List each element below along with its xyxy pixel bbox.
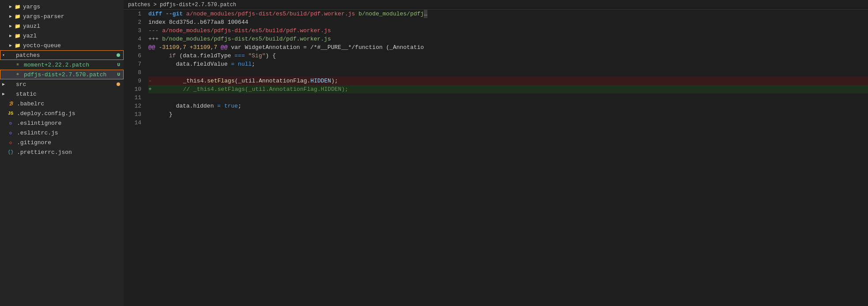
sidebar-item-label: .eslintignore [17,120,124,127]
line-num-12: 12 [124,102,141,110]
code-line-7: data.fieldValue = null; [148,60,868,68]
chevron-right-icon: ▶ [7,3,14,10]
code-line-14 [148,119,868,127]
chevron-right-icon: ▶ [7,22,14,30]
line-num-6: 6 [124,52,141,60]
code-line-13: } [148,110,868,119]
sidebar-item-label: .prettierrc.json [17,149,124,156]
sidebar-item-moment-patch[interactable]: ≡ moment+2.22.2.patch U [0,60,124,70]
eslint-icon: ⊙ [7,119,14,127]
file-explorer: ▶ 📁 yargs ▶ 📁 yargs-parser ▶ 📁 yauzl ▶ 📁… [0,0,124,306]
sidebar-item-label: moment+2.22.2.patch [24,62,117,68]
sidebar-item-eslintignore[interactable]: ⊙ .eslintignore [0,118,124,128]
breadcrumb-text: patches > pdfjs-dist+2.7.570.patch [128,2,236,8]
code-line-10: + // _this4.setFlags(_util.AnnotationFla… [148,85,868,93]
code-line-5: @@ -31109,7 +31109,7 @@ var WidgetAnnota… [148,43,868,52]
sidebar-item-eslintrc[interactable]: ⊙ .eslintrc.js [0,128,124,138]
code-line-11 [148,93,868,102]
code-content: diff --git a/node_modules/pdfjs-dist/es5… [145,10,868,306]
file-badge: U [117,62,120,67]
sidebar-item-yazl[interactable]: ▶ 📁 yazl [0,31,124,41]
sidebar-item-src[interactable]: ▶ src [0,79,124,89]
chevron-right-icon: ▶ [0,90,7,97]
folder-icon: 📁 [14,22,21,30]
line-num-7: 7 [124,60,141,68]
folder-icon: 📁 [14,42,21,49]
line-num-14: 14 [124,119,141,127]
folder-icon: 📁 [14,32,21,39]
line-num-9: 9 [124,77,141,85]
line-numbers: 1 2 3 4 5 6 7 8 9 10 11 12 13 14 [124,10,145,306]
editor-content[interactable]: 1 2 3 4 5 6 7 8 9 10 11 12 13 14 diff --… [124,10,868,306]
code-line-9: - _this4.setFlags(_util.AnnotationFlag.H… [148,77,868,85]
sidebar-item-prettierrc[interactable]: {} .prettierrc.json [0,147,124,157]
folder-icon: 📁 [14,13,21,20]
code-line-1: diff --git a/node_modules/pdfjs-dist/es5… [148,10,868,18]
babel-icon: ℬ [7,100,14,107]
sidebar-item-label: .deploy.config.js [17,110,124,117]
sidebar-item-patches[interactable]: ▾ patches [0,50,124,60]
chevron-right-icon: ▶ [0,81,7,88]
sidebar-item-deploy-config[interactable]: JS .deploy.config.js [0,108,124,118]
code-line-12: data.hidden = true; [148,102,868,110]
sidebar-item-label: yazl [23,33,124,39]
chevron-right-icon: ▶ [7,13,14,20]
sidebar-item-yargs[interactable]: ▶ 📁 yargs [0,2,124,11]
sidebar-item-label: static [16,91,124,97]
sidebar-item-label: yocto-queue [23,42,124,49]
sidebar-item-yocto-queue[interactable]: ▶ 📁 yocto-queue [0,41,124,50]
eslint-icon: ⊙ [7,129,14,136]
sidebar-item-label: yargs [23,4,124,10]
sidebar-item-label: pdfjs-dist+2.7.570.patch [24,71,117,78]
modified-dot [117,53,120,57]
code-line-4: +++ b/node_modules/pdfjs-dist/es5/build/… [148,35,868,43]
sidebar-item-label: .babelrc [17,101,124,107]
sidebar-item-babelrc[interactable]: ℬ .babelrc [0,99,124,108]
chevron-right-icon: ▶ [7,42,14,49]
code-line-8 [148,68,868,77]
line-num-4: 4 [124,35,141,43]
git-icon: ◇ [7,139,14,146]
line-num-10: 10 [124,85,141,93]
chevron-down-icon: ▾ [0,52,7,59]
line-num-5: 5 [124,43,141,52]
prettier-icon: {} [7,149,14,156]
line-num-8: 8 [124,68,141,77]
patch-file-icon: ≡ [14,61,21,68]
sidebar-item-label: .gitignore [17,139,124,146]
patch-file-icon: ≡ [14,71,21,78]
code-line-2: index 8cd375d..b677aa8 100644 [148,18,868,26]
folder-icon [7,81,14,88]
breadcrumb: patches > pdfjs-dist+2.7.570.patch [124,0,868,10]
sidebar-item-label: yargs-parser [23,13,124,20]
sidebar-item-label: .eslintrc.js [17,130,124,136]
sidebar-item-pdfjs-patch[interactable]: ≡ pdfjs-dist+2.7.570.patch U [0,70,124,79]
js-icon: JS [7,110,14,117]
line-num-1: 1 [124,10,141,18]
chevron-right-icon: ▶ [7,32,14,39]
line-num-13: 13 [124,110,141,119]
modified-dot [117,82,120,86]
line-num-2: 2 [124,18,141,26]
folder-open-icon [7,52,14,59]
sidebar-item-yargs-parser[interactable]: ▶ 📁 yargs-parser [0,11,124,21]
sidebar-item-yauzl[interactable]: ▶ 📁 yauzl [0,21,124,31]
sidebar-item-label: yauzl [23,23,124,30]
line-num-3: 3 [124,26,141,35]
folder-icon: 📁 [14,3,21,10]
sidebar-item-gitignore[interactable]: ◇ .gitignore [0,138,124,147]
code-line-3: --- a/node_modules/pdfjs-dist/es5/build/… [148,26,868,35]
sidebar-item-label: src [16,81,117,88]
folder-icon [7,90,14,97]
code-line-6: if (data.fieldType === "Sig") { [148,52,868,60]
sidebar-item-static[interactable]: ▶ static [0,89,124,99]
line-num-11: 11 [124,93,141,102]
code-editor: patches > pdfjs-dist+2.7.570.patch 1 2 3… [124,0,868,306]
sidebar-item-label: patches [16,52,117,59]
file-badge: U [117,72,120,77]
